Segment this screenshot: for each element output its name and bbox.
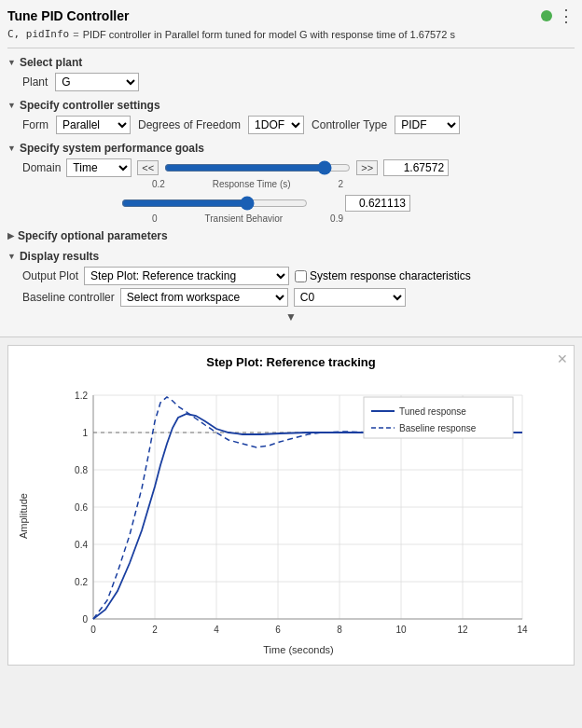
window-title: Tune PID Controller [7,8,129,23]
x-axis-label: Time (seconds) [33,644,564,655]
left-arrow-button[interactable]: << [137,160,159,175]
transient-slider[interactable] [121,196,308,211]
form-label: Form [22,118,48,131]
close-chart-button[interactable]: ✕ [557,351,568,366]
controller-settings-header[interactable]: ▼ Specify controller settings [7,99,575,112]
svg-text:14: 14 [517,625,528,635]
subtitle-description: PIDF controller in Parallel form tuned f… [83,29,455,40]
svg-text:4: 4 [214,625,219,635]
response-time-min: 0.2 [152,179,165,189]
tuned-response-line [93,414,522,619]
select-plant-header[interactable]: ▼ Select plant [7,56,575,69]
svg-text:Baseline response: Baseline response [399,423,477,433]
chart-svg: 0 0.2 0.4 0.6 0.8 1 1.2 0 2 4 6 8 10 12 … [33,377,564,638]
svg-text:0.4: 0.4 [75,540,88,550]
output-plot-label: Output Plot [22,269,78,282]
status-indicator [541,10,552,21]
collapse-triangle-disp: ▼ [7,252,16,261]
transient-value: 0.621113 [345,195,410,212]
collapse-triangle-perf: ▼ [7,144,16,153]
dof-select[interactable]: 1DOF 2DOF [248,116,304,134]
y-axis-label: Amplitude [18,377,29,655]
collapse-triangle-ctrl: ▼ [7,101,16,110]
variable-name: C, pidInfo [7,28,69,40]
optional-params-label: Specify optional parameters [18,229,168,242]
svg-text:0.2: 0.2 [75,577,88,587]
response-time-value: 1.67572 [383,159,449,176]
svg-text:12: 12 [457,625,468,635]
sys-response-checkbox-label[interactable]: System response characteristics [295,269,471,282]
c0-select[interactable]: C0 [294,288,406,307]
right-arrow-button[interactable]: >> [356,160,378,175]
sys-response-checkbox[interactable] [295,270,307,282]
svg-text:0.6: 0.6 [75,502,88,513]
svg-text:Tuned response: Tuned response [399,406,466,417]
plant-select[interactable]: G [55,73,139,91]
display-results-label: Display results [20,250,99,263]
svg-text:0.8: 0.8 [75,465,88,475]
transient-label: Transient Behavior [205,213,284,224]
baseline-select[interactable]: Select from workspace [120,288,288,307]
display-results-header[interactable]: ▼ Display results [7,250,575,263]
svg-text:8: 8 [337,625,342,635]
response-time-slider[interactable] [164,160,351,175]
form-select[interactable]: Parallel Ideal [56,116,131,134]
response-time-max: 2 [338,179,343,189]
output-plot-select[interactable]: Step Plot: Reference tracking Bode Plot … [84,267,289,285]
chart-area: 0 0.2 0.4 0.6 0.8 1 1.2 0 2 4 6 8 10 12 … [33,377,564,655]
ctrl-type-select[interactable]: PIDF PID PI PD P [395,116,460,134]
svg-text:2: 2 [152,625,158,635]
svg-text:1: 1 [82,428,88,438]
svg-text:6: 6 [275,625,281,635]
response-time-label: Response Time (s) [213,179,291,189]
domain-label: Domain [22,161,61,174]
transient-min: 0 [152,213,158,224]
select-plant-label: Select plant [20,56,82,69]
chart-title: Step Plot: Reference tracking [18,355,564,369]
svg-text:1.2: 1.2 [75,391,88,401]
dof-label: Degrees of Freedom [138,118,241,131]
svg-text:0: 0 [82,614,88,625]
domain-select[interactable]: Time Frequency [66,158,132,177]
performance-goals-label: Specify system performance goals [20,142,204,155]
plant-label: Plant [22,76,48,89]
menu-button[interactable]: ⋮ [558,6,575,26]
expand-triangle-opt: ▶ [7,231,14,240]
svg-text:10: 10 [395,625,407,635]
transient-max: 0.9 [330,213,343,224]
baseline-label: Baseline controller [22,291,115,304]
sys-response-label: System response characteristics [310,269,471,282]
optional-params-header[interactable]: ▶ Specify optional parameters [7,229,575,242]
controller-settings-label: Specify controller settings [20,99,160,112]
collapse-triangle: ▼ [7,58,16,67]
performance-goals-header[interactable]: ▼ Specify system performance goals [7,142,575,155]
ctrl-type-label: Controller Type [312,118,387,131]
chart-panel: ✕ Step Plot: Reference tracking Amplitud… [7,345,575,666]
expand-arrow[interactable]: ▼ [7,310,575,323]
equals-sign: = [73,29,78,40]
svg-text:0: 0 [90,625,96,635]
